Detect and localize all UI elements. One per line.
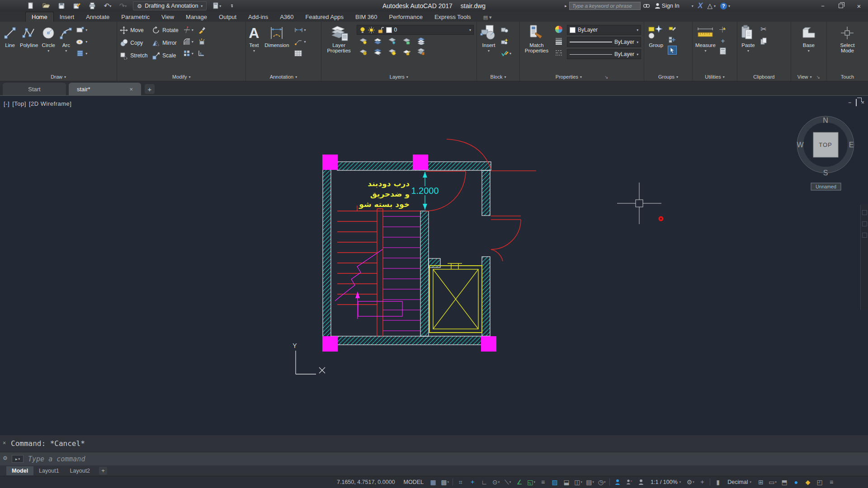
command-input-placeholder[interactable]: Type a command [28,455,85,463]
minimize-button[interactable]: − [814,0,832,11]
snap-mode-icon[interactable]: ▩▾ [439,477,450,488]
rotate-button[interactable]: Rotate [152,25,178,36]
elevator[interactable] [429,263,482,333]
drawing-restore-icon[interactable] [856,99,857,106]
workspace-switcher[interactable]: ⚙ Drafting & Annotation ▾ [133,1,207,10]
file-tab-start[interactable]: Start [3,83,66,95]
copy-clip-icon[interactable] [759,37,768,46]
annotation-autoscale-icon[interactable] [624,477,635,488]
offset-button[interactable] [198,48,206,58]
annotation-panel-label[interactable]: Annotation▾ [246,73,321,81]
line-button[interactable]: Line [3,24,17,73]
modify-panel-label[interactable]: Modify▾ [117,73,245,81]
base-button[interactable]: Base▾ [801,24,817,73]
annotation-scale-value[interactable]: 1:1 / 100%▾ [647,477,684,488]
array-button[interactable]: ▾ [183,48,193,58]
column-bottom-left[interactable] [322,336,338,352]
annotation-visibility-icon[interactable] [612,477,623,488]
command-history[interactable]: × Command: *Cancel* [0,435,868,452]
dialog-launcher-icon[interactable]: ↘ [816,75,820,80]
exchange-apps-icon[interactable]: X [698,2,703,10]
rectangle-tool-button[interactable]: ▾ [76,25,87,35]
linetype-icon[interactable] [554,48,563,57]
close-button[interactable]: × [850,0,868,11]
ungroup-button[interactable] [668,25,677,34]
annotation-plus-icon[interactable]: ＋ [697,477,708,488]
transparency-icon[interactable]: ▨ [549,477,560,488]
close-tab-icon[interactable]: × [129,86,133,93]
model-space-button[interactable]: MODEL [401,477,427,488]
hardware-acceleration-icon[interactable]: ▭▾ [767,477,778,488]
edit-attribute-button[interactable]: ▾ [500,48,511,58]
stair-landing-outline[interactable] [358,301,402,316]
grid-display-icon[interactable]: ▦ [428,477,439,488]
insert-button[interactable]: Insert▾ [480,24,498,73]
layer-unlock-all-button[interactable] [402,47,411,56]
clean-screen-icon[interactable]: ⬒ [779,477,790,488]
lineweight-combo[interactable]: ByLayer▾ [567,37,641,47]
new-file-button[interactable] [25,1,36,11]
scale-button[interactable]: Scale [152,50,178,61]
utilities-panel-label[interactable]: Utilities▾ [693,73,737,81]
tab-performance[interactable]: Performance [383,12,429,22]
group-edit-button[interactable] [668,35,677,44]
layer-lock-button[interactable] [402,37,411,46]
recent-commands-button[interactable]: ▸▾ [12,455,24,463]
layer-isolate-button[interactable] [359,47,368,56]
group-button[interactable]: Group [647,24,665,73]
tab-a360[interactable]: A360 [274,12,299,22]
linetype-combo[interactable]: ByLayer▾ [567,49,641,59]
annotation-note[interactable]: درب دودبند و ضدحريق خود بسته شو [359,179,410,209]
measure-button[interactable]: Measure▾ [695,24,716,73]
explode-button[interactable] [198,37,206,47]
qat-customize-button[interactable]: ▾ [226,1,237,11]
layer-previous-button[interactable] [373,47,382,56]
stair-stringer[interactable] [377,209,383,337]
plot-button[interactable] [87,1,98,11]
search-arrow-icon[interactable]: ▸ [565,4,567,8]
column-bottom-right[interactable] [481,336,496,352]
viewcube-east[interactable]: E [849,141,854,149]
viewcube-north[interactable]: N [823,117,828,124]
graphics-performance-icon[interactable]: ● [791,477,802,488]
move-button[interactable]: Move [120,25,147,36]
tab-express-tools[interactable]: Express Tools [429,12,477,22]
dynamic-input-icon[interactable]: ＋ [467,477,478,488]
layer-off-button[interactable] [359,37,368,46]
stair-break-line[interactable] [335,249,382,301]
tab-parametric[interactable]: Parametric [115,12,156,22]
security-badge-icon[interactable]: ◆ [802,477,813,488]
view-panel-label[interactable]: View▾↘ [791,73,826,81]
annotation-monitor-icon[interactable]: ◷▾ [596,477,607,488]
layer-unisolate-button[interactable] [387,47,396,56]
restore-button[interactable] [832,0,850,11]
viewport-minimize-control[interactable]: [-] [4,100,9,107]
door2-inner-arc[interactable] [491,249,503,261]
command-close-icon[interactable]: × [3,440,6,446]
layer-select-combo[interactable]: 0 ▾ [357,25,474,35]
save-as-button[interactable] [71,1,82,11]
viewcube-south[interactable]: S [823,169,828,177]
wall-middle[interactable] [420,211,429,336]
wall-right-upper[interactable] [482,170,490,216]
dimension-button[interactable]: Dimension [262,24,292,73]
touch-panel-label[interactable]: Touch [827,73,868,81]
write-block-button[interactable] [500,37,511,47]
quick-calc-button[interactable] [718,47,727,56]
draw-panel-label[interactable]: Draw▾ [0,73,117,81]
palette-icon[interactable] [862,221,867,226]
tab-layout2[interactable]: Layout2 [65,466,95,475]
select-mode-button[interactable]: Select Mode [834,24,860,73]
mirror-button[interactable]: Mirror [152,38,178,48]
workspace-gear-icon[interactable]: ⚙▾ [685,477,696,488]
fullscreen-icon[interactable]: ◰ [814,477,825,488]
fillet-button[interactable]: ▾ [183,37,193,47]
color-combo[interactable]: ByLayer▾ [567,25,641,35]
tab-annotate[interactable]: Annotate [80,12,115,22]
cut-icon[interactable]: ✂ [759,25,768,34]
palette-icon[interactable] [862,210,867,215]
properties-panel-label[interactable]: Properties▾↘ [520,73,644,81]
ucs-icon[interactable]: Y [292,342,325,374]
polar-tracking-icon[interactable]: ⊙▾ [491,477,501,488]
command-input-row[interactable]: ⚙ ▸▾ Type a command [0,452,868,465]
